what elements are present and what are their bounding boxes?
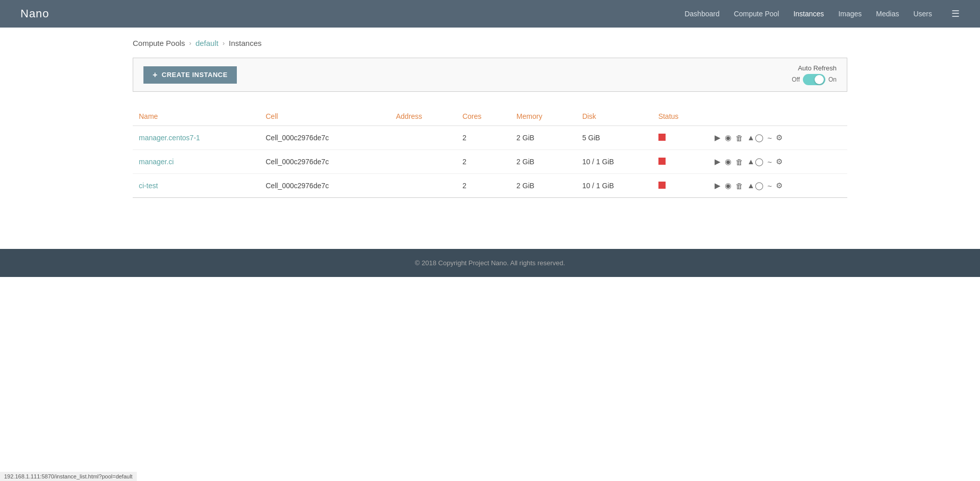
instance-cores: 2 [456,174,510,198]
settings-icon[interactable]: ⚙ [776,157,782,166]
breadcrumb-compute-pools[interactable]: Compute Pools [133,39,185,47]
nav-medias[interactable]: Medias [876,10,899,18]
toggle-thumb [815,75,824,84]
footer-text: © 2018 Copyright Project Nano. All right… [415,259,565,267]
instance-actions: ▶ ◉ 🗑 ▲◯ ~ ⚙ [708,174,847,198]
instance-name-link[interactable]: manager.centos7-1 [139,134,200,142]
toolbar: + CREATE INSTANCE Auto Refresh Off On [133,58,847,92]
col-address: Address [390,107,456,126]
instance-disk: 10 / 1 GiB [576,150,652,174]
delete-icon[interactable]: 🗑 [736,134,743,142]
stop-icon[interactable]: ◉ [725,133,731,142]
breadcrumb-sep-2: › [223,39,225,47]
status-badge [658,134,666,141]
footer: © 2018 Copyright Project Nano. All right… [0,249,980,277]
settings-icon[interactable]: ⚙ [776,133,782,142]
instance-cores: 2 [456,150,510,174]
breadcrumb-instances: Instances [229,39,261,47]
instance-actions: ▶ ◉ 🗑 ▲◯ ~ ⚙ [708,150,847,174]
instance-table-body: manager.centos7-1Cell_000c2976de7c22 GiB… [133,126,847,198]
col-memory: Memory [510,107,576,126]
auto-refresh-label: Auto Refresh [798,64,837,72]
table-row: ci-testCell_000c2976de7c22 GiB10 / 1 GiB… [133,174,847,198]
monitor-icon[interactable]: ~ [768,182,772,190]
table-row: manager.ciCell_000c2976de7c22 GiB10 / 1 … [133,150,847,174]
hamburger-icon[interactable]: ☰ [951,8,960,19]
col-status: Status [652,107,708,126]
table-row: manager.centos7-1Cell_000c2976de7c22 GiB… [133,126,847,150]
nav-compute-pool[interactable]: Compute Pool [734,10,779,18]
nav-users[interactable]: Users [913,10,932,18]
instance-cell: Cell_000c2976de7c [259,150,389,174]
upload-icon[interactable]: ▲◯ [747,181,764,190]
toggle-off-label: Off [792,76,800,83]
col-name: Name [133,107,259,126]
instance-memory: 2 GiB [510,150,576,174]
instance-table: Name Cell Address Cores Memory Disk Stat… [133,107,847,198]
instance-address [390,174,456,198]
toggle-track [803,74,825,85]
monitor-icon[interactable]: ~ [768,158,772,166]
instance-name-link[interactable]: manager.ci [139,158,174,166]
table-header: Name Cell Address Cores Memory Disk Stat… [133,107,847,126]
start-icon[interactable]: ▶ [715,157,721,166]
breadcrumb-sep-1: › [189,39,191,47]
instance-address [390,126,456,150]
status-badge [658,182,666,189]
status-badge [658,158,666,165]
nav-instances[interactable]: Instances [793,10,824,18]
instance-memory: 2 GiB [510,174,576,198]
upload-icon[interactable]: ▲◯ [747,157,764,166]
main-nav: Dashboard Compute Pool Instances Images … [684,8,960,19]
settings-icon[interactable]: ⚙ [776,181,782,190]
breadcrumb-default[interactable]: default [195,39,218,47]
col-cell: Cell [259,107,389,126]
plus-icon: + [153,70,158,80]
stop-icon[interactable]: ◉ [725,157,731,166]
instance-actions: ▶ ◉ 🗑 ▲◯ ~ ⚙ [708,126,847,150]
nav-dashboard[interactable]: Dashboard [684,10,720,18]
stop-icon[interactable]: ◉ [725,181,731,190]
col-disk: Disk [576,107,652,126]
main-content: + CREATE INSTANCE Auto Refresh Off On Na… [0,47,980,218]
col-actions [708,107,847,126]
instance-cell: Cell_000c2976de7c [259,174,389,198]
instance-cores: 2 [456,126,510,150]
toggle-on-label: On [828,76,837,83]
instance-address [390,150,456,174]
monitor-icon[interactable]: ~ [768,134,772,142]
upload-icon[interactable]: ▲◯ [747,133,764,142]
auto-refresh-toggle[interactable] [803,74,825,85]
delete-icon[interactable]: 🗑 [736,158,743,166]
breadcrumb: Compute Pools › default › Instances [0,28,980,47]
instance-disk: 10 / 1 GiB [576,174,652,198]
header: Nano Dashboard Compute Pool Instances Im… [0,0,980,28]
col-cores: Cores [456,107,510,126]
instance-cell: Cell_000c2976de7c [259,126,389,150]
create-instance-button[interactable]: + CREATE INSTANCE [143,66,237,84]
instance-name-link[interactable]: ci-test [139,182,158,190]
instance-memory: 2 GiB [510,126,576,150]
nav-images[interactable]: Images [838,10,862,18]
auto-refresh-control: Auto Refresh Off On [792,64,837,85]
create-button-label: CREATE INSTANCE [162,71,228,79]
start-icon[interactable]: ▶ [715,133,721,142]
toggle-row: Off On [792,74,837,85]
instance-disk: 5 GiB [576,126,652,150]
delete-icon[interactable]: 🗑 [736,182,743,190]
start-icon[interactable]: ▶ [715,181,721,190]
app-logo: Nano [20,7,50,20]
